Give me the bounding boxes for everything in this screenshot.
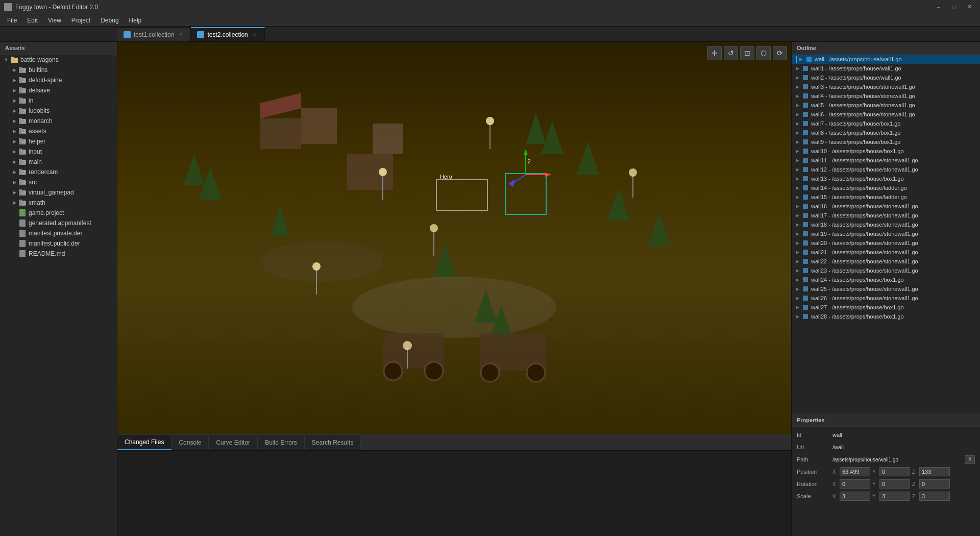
- bottom-tab-build-errors[interactable]: Build Errors: [258, 435, 305, 450]
- tree-arrow-defold-spine[interactable]: ▶: [10, 76, 18, 84]
- outline-item-17[interactable]: ▶wall17 - /assets/props/house/stonewall1…: [792, 211, 980, 220]
- tree-arrow-virtual_gamepad[interactable]: ▶: [10, 188, 18, 197]
- outline-arrow-3[interactable]: ▶: [796, 84, 802, 89]
- tree-item-monarch[interactable]: ▶monarch: [0, 116, 117, 126]
- tree-arrow-assets[interactable]: ▶: [10, 127, 18, 135]
- camera-tool-button[interactable]: ⟳: [773, 46, 787, 60]
- outline-arrow-28[interactable]: ▶: [796, 314, 802, 319]
- tree-arrow-helper[interactable]: ▶: [10, 137, 18, 145]
- menu-item-project[interactable]: Project: [66, 16, 95, 25]
- tree-item-builtins[interactable]: ▶builtins: [0, 65, 117, 75]
- outline-arrow-27[interactable]: ▶: [796, 305, 802, 310]
- select-tool-button[interactable]: ⬡: [756, 46, 771, 60]
- tree-item-src[interactable]: ▶src: [0, 177, 117, 187]
- rot-x-input[interactable]: [840, 479, 870, 489]
- close-button[interactable]: ✕: [963, 3, 976, 12]
- tree-item-assets[interactable]: ▶assets: [0, 126, 117, 136]
- tree-item-ludobits[interactable]: ▶ludobits: [0, 106, 117, 116]
- tab-close-0[interactable]: ×: [177, 31, 184, 38]
- rotate-tool-button[interactable]: ↺: [724, 46, 738, 60]
- outline-arrow-2[interactable]: ▶: [796, 75, 802, 80]
- scale-y-input[interactable]: [879, 492, 910, 501]
- outline-arrow-10[interactable]: ▶: [796, 149, 802, 154]
- outline-arrow-9[interactable]: ▶: [796, 139, 802, 144]
- tree-arrow-defsave[interactable]: ▶: [10, 86, 18, 94]
- outline-item-22[interactable]: ▶wall22 - /assets/props/house/stonewall1…: [792, 257, 980, 266]
- tree-item-generated.appmanifest[interactable]: generated.appmanifest: [0, 218, 117, 228]
- tree-item-battle-wagons[interactable]: ▼battle-wagons: [0, 55, 117, 65]
- maximize-button[interactable]: □: [947, 3, 961, 12]
- outline-item-18[interactable]: ▶wall18 - /assets/props/house/stonewall1…: [792, 220, 980, 229]
- tree-item-input[interactable]: ▶input: [0, 147, 117, 157]
- outline-item-12[interactable]: ▶wall12 - /assets/props/house/stonewall1…: [792, 165, 980, 174]
- tree-item-helper[interactable]: ▶helper: [0, 136, 117, 147]
- tree-arrow-in[interactable]: ▶: [10, 96, 18, 105]
- outline-arrow-25[interactable]: ▶: [796, 286, 802, 291]
- pos-y-input[interactable]: [879, 467, 910, 476]
- bottom-tab-changed-files[interactable]: Changed Files: [117, 435, 172, 450]
- tree-item-README.md[interactable]: README.md: [0, 249, 117, 259]
- outline-arrow-15[interactable]: ▶: [796, 194, 802, 200]
- tree-item-xmath[interactable]: ▶xmath: [0, 198, 117, 208]
- tab-close-1[interactable]: ×: [251, 31, 258, 38]
- rot-z-input[interactable]: [919, 479, 950, 489]
- tree-item-in[interactable]: ▶in: [0, 95, 117, 106]
- outline-item-25[interactable]: ▶wall25 - /assets/props/house/stonewall1…: [792, 284, 980, 294]
- outline-arrow-4[interactable]: ▶: [796, 93, 802, 99]
- scale-z-input[interactable]: [919, 492, 950, 501]
- outline-arrow-22[interactable]: ▶: [796, 259, 802, 264]
- outline-item-7[interactable]: ▶wall7 - /assets/props/house/box1.go: [792, 119, 980, 128]
- prop-path-button[interactable]: #: [965, 455, 975, 464]
- menu-item-file[interactable]: File: [2, 16, 22, 25]
- outline-arrow-11[interactable]: ▶: [796, 158, 802, 163]
- outline-arrow-12[interactable]: ▶: [796, 167, 802, 172]
- pos-z-input[interactable]: [919, 467, 950, 476]
- bottom-tab-console[interactable]: Console: [172, 435, 209, 450]
- outline-arrow-23[interactable]: ▶: [796, 268, 802, 273]
- outline-arrow-26[interactable]: ▶: [796, 296, 802, 301]
- scale-tool-button[interactable]: ⊡: [740, 46, 754, 60]
- tree-arrow-battle-wagons[interactable]: ▼: [2, 56, 10, 64]
- outline-item-10[interactable]: ▶wall10 - /assets/props/house/box1.go: [792, 147, 980, 156]
- tree-item-rendercam[interactable]: ▶rendercam: [0, 167, 117, 177]
- outline-item-5[interactable]: ▶wall5 - /assets/props/house/stonewall1.…: [792, 101, 980, 110]
- outline-arrow-8[interactable]: ▶: [796, 130, 802, 135]
- tree-arrow-main[interactable]: ▶: [10, 158, 18, 166]
- outline-arrow-6[interactable]: ▶: [796, 112, 802, 117]
- tree-arrow-rendercam[interactable]: ▶: [10, 168, 18, 176]
- outline-arrow-21[interactable]: ▶: [796, 250, 802, 255]
- tree-arrow-monarch[interactable]: ▶: [10, 117, 18, 125]
- outline-item-11[interactable]: ▶wall11 - /assets/props/house/stonewall1…: [792, 156, 980, 165]
- outline-arrow-13[interactable]: ▶: [796, 176, 802, 181]
- outline-arrow-1[interactable]: ▶: [796, 66, 802, 71]
- outline-item-19[interactable]: ▶wall19 - /assets/props/house/stonewall1…: [792, 229, 980, 238]
- rot-y-input[interactable]: [879, 479, 910, 489]
- outline-item-6[interactable]: ▶wall6 - /assets/props/house/stonewall1.…: [792, 110, 980, 119]
- outline-item-2[interactable]: ▶wall2 - /assets/props/house/wall1.go: [792, 73, 980, 82]
- outline-arrow-0[interactable]: ▶: [799, 57, 805, 62]
- outline-arrow-19[interactable]: ▶: [796, 231, 802, 236]
- outline-item-13[interactable]: ▶wall13 - /assets/props/house/box1.go: [792, 174, 980, 183]
- outline-item-4[interactable]: ▶wall4 - /assets/props/house/stonewall1.…: [792, 91, 980, 101]
- move-tool-button[interactable]: ✛: [707, 46, 722, 60]
- outline-arrow-24[interactable]: ▶: [796, 277, 802, 282]
- tree-arrow-input[interactable]: ▶: [10, 148, 18, 156]
- outline-arrow-7[interactable]: ▶: [796, 121, 802, 126]
- outline-arrow-14[interactable]: ▶: [796, 185, 802, 190]
- outline-item-16[interactable]: ▶wall16 - /assets/props/house/stonewall1…: [792, 202, 980, 211]
- editor-tab-0[interactable]: test1.collection×: [117, 27, 191, 41]
- scale-x-input[interactable]: [840, 492, 870, 501]
- outline-item-3[interactable]: ▶wall3 - /assets/props/house/stonewall1.…: [792, 82, 980, 91]
- tree-item-defold-spine[interactable]: ▶defold-spine: [0, 75, 117, 85]
- tree-arrow-xmath[interactable]: ▶: [10, 199, 18, 207]
- outline-item-26[interactable]: ▶wall26 - /assets/props/house/stonewall1…: [792, 294, 980, 303]
- tree-item-virtual_gamepad[interactable]: ▶virtual_gamepad: [0, 187, 117, 198]
- outline-item-23[interactable]: ▶wall23 - /assets/props/house/stonewall1…: [792, 266, 980, 275]
- minimize-button[interactable]: −: [932, 3, 945, 12]
- editor-tab-1[interactable]: test2.collection×: [191, 27, 264, 41]
- outline-arrow-17[interactable]: ▶: [796, 213, 802, 218]
- tree-arrow-src[interactable]: ▶: [10, 178, 18, 186]
- outline-arrow-5[interactable]: ▶: [796, 103, 802, 108]
- outline-item-21[interactable]: ▶wall21 - /assets/props/house/stonewall1…: [792, 248, 980, 257]
- outline-item-15[interactable]: ▶wall15 - /assets/props/house/ladder.go: [792, 192, 980, 202]
